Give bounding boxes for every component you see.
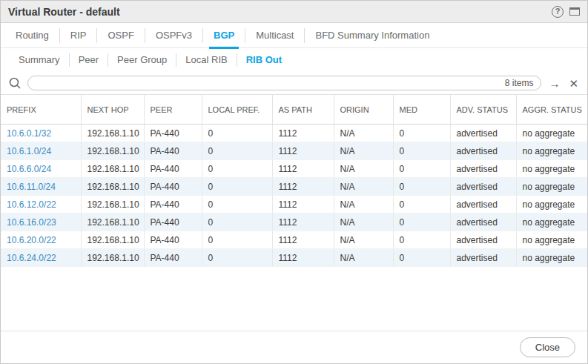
- search-field[interactable]: 8 items: [27, 76, 541, 90]
- search-input[interactable]: [36, 78, 505, 88]
- table-cell: 1112: [272, 178, 334, 196]
- table-row[interactable]: 10.6.0.1/32192.168.1.10PA-44001112N/A0ad…: [1, 125, 587, 142]
- table-cell: 0: [393, 142, 450, 160]
- table-cell: 0: [393, 249, 450, 267]
- table-cell: advertised: [450, 231, 516, 249]
- table-cell: 1112: [272, 142, 334, 160]
- table-row[interactable]: 10.6.24.0/22192.168.1.10PA-44001112N/A0a…: [1, 249, 587, 267]
- table-row[interactable]: 10.6.20.0/22192.168.1.10PA-44001112N/A0a…: [1, 231, 587, 249]
- table-cell: no aggregate: [516, 196, 587, 214]
- table-cell: 192.168.1.10: [81, 249, 144, 267]
- column-header-next-hop[interactable]: NEXT HOP: [81, 95, 144, 125]
- subtab-local-rib[interactable]: Local RIB: [176, 53, 237, 67]
- table-cell: no aggregate: [516, 178, 587, 196]
- table-row[interactable]: 10.6.11.0/24192.168.1.10PA-44001112N/A0a…: [1, 178, 587, 196]
- tab-rip[interactable]: RIP: [60, 28, 98, 43]
- subtab-peer[interactable]: Peer: [70, 53, 108, 67]
- table-row[interactable]: 10.6.1.0/24192.168.1.10PA-44001112N/A0ad…: [1, 142, 587, 160]
- table-cell: no aggregate: [516, 231, 587, 249]
- table-cell: no aggregate: [516, 125, 587, 142]
- dialog-footer: Close: [1, 331, 587, 363]
- table-cell: N/A: [334, 231, 393, 249]
- table-cell: N/A: [334, 125, 393, 142]
- column-header-local-pref[interactable]: LOCAL PREF.: [202, 95, 272, 125]
- window-dock-icon[interactable]: [569, 7, 580, 16]
- tab-ospf[interactable]: OSPF: [97, 28, 145, 43]
- table-row[interactable]: 10.6.16.0/23192.168.1.10PA-44001112N/A0a…: [1, 214, 587, 231]
- table-cell: 0: [393, 231, 450, 249]
- subtab-summary[interactable]: Summary: [10, 53, 70, 67]
- table-cell: advertised: [450, 125, 516, 142]
- table-cell: 192.168.1.10: [81, 160, 144, 178]
- prefix-link[interactable]: 10.6.16.0/23: [1, 214, 81, 231]
- prefix-link[interactable]: 10.6.0.1/32: [1, 125, 81, 142]
- close-button[interactable]: Close: [520, 337, 575, 357]
- subtab-rib-out[interactable]: RIB Out: [237, 53, 291, 67]
- dialog-title: Virtual Router - default: [8, 6, 120, 18]
- table-row[interactable]: 10.6.6.0/24192.168.1.10PA-44001112N/A0ad…: [1, 160, 587, 178]
- table-cell: no aggregate: [516, 249, 587, 267]
- table-cell: advertised: [450, 196, 516, 214]
- table-cell: 0: [202, 142, 272, 160]
- table-cell: N/A: [334, 142, 393, 160]
- prefix-link[interactable]: 10.6.11.0/24: [1, 178, 81, 196]
- table-cell: 192.168.1.10: [81, 196, 144, 214]
- prefix-link[interactable]: 10.6.20.0/22: [1, 231, 81, 249]
- table-cell: 0: [202, 160, 272, 178]
- table-cell: 192.168.1.10: [81, 214, 144, 231]
- apply-filter-icon[interactable]: →: [547, 78, 561, 89]
- tab-bfd-summary-information[interactable]: BFD Summary Information: [305, 28, 440, 43]
- table-cell: PA-440: [144, 231, 202, 249]
- tab-ospfv3[interactable]: OSPFv3: [145, 28, 203, 43]
- table-cell: advertised: [450, 214, 516, 231]
- table-cell: N/A: [334, 196, 393, 214]
- tab-bgp[interactable]: BGP: [203, 28, 245, 43]
- tab-multicast[interactable]: Multicast: [245, 28, 305, 43]
- dialog-titlebar: Virtual Router - default ?: [1, 1, 587, 23]
- table-cell: 0: [393, 196, 450, 214]
- table-cell: no aggregate: [516, 214, 587, 231]
- table-cell: PA-440: [144, 142, 202, 160]
- table-cell: 0: [393, 160, 450, 178]
- column-header-peer[interactable]: PEER: [144, 95, 202, 125]
- table-cell: 0: [393, 178, 450, 196]
- table-row[interactable]: 10.6.12.0/22192.168.1.10PA-44001112N/A0a…: [1, 196, 587, 214]
- table-cell: 1112: [272, 249, 334, 267]
- column-header-aggr-status[interactable]: AGGR. STATUS: [516, 95, 587, 125]
- filter-toolbar: 8 items → ✕: [1, 72, 587, 94]
- table-cell: advertised: [450, 160, 516, 178]
- column-header-med[interactable]: MED: [393, 95, 450, 125]
- table-header-row: PREFIXNEXT HOPPEERLOCAL PREF.AS PATHORIG…: [1, 95, 587, 125]
- table-cell: no aggregate: [516, 142, 587, 160]
- table-cell: N/A: [334, 178, 393, 196]
- table-cell: no aggregate: [516, 160, 587, 178]
- table-cell: 0: [393, 125, 450, 142]
- table-cell: 0: [393, 214, 450, 231]
- column-header-prefix[interactable]: PREFIX: [1, 95, 81, 125]
- table-cell: advertised: [450, 249, 516, 267]
- column-header-as-path[interactable]: AS PATH: [272, 95, 334, 125]
- rib-out-table: PREFIXNEXT HOPPEERLOCAL PREF.AS PATHORIG…: [1, 94, 587, 267]
- table-cell: PA-440: [144, 214, 202, 231]
- column-header-adv-status[interactable]: ADV. STATUS: [450, 95, 516, 125]
- table-cell: 192.168.1.10: [81, 142, 144, 160]
- prefix-link[interactable]: 10.6.6.0/24: [1, 160, 81, 178]
- table-cell: N/A: [334, 160, 393, 178]
- subtab-peer-group[interactable]: Peer Group: [108, 53, 176, 67]
- clear-filter-icon[interactable]: ✕: [567, 78, 580, 89]
- table-cell: PA-440: [144, 125, 202, 142]
- prefix-link[interactable]: 10.6.1.0/24: [1, 142, 81, 160]
- tab-routing[interactable]: Routing: [5, 28, 60, 43]
- table-body: 10.6.0.1/32192.168.1.10PA-44001112N/A0ad…: [1, 125, 587, 267]
- prefix-link[interactable]: 10.6.12.0/22: [1, 196, 81, 214]
- table-cell: N/A: [334, 214, 393, 231]
- prefix-link[interactable]: 10.6.24.0/22: [1, 249, 81, 267]
- table-cell: 1112: [272, 160, 334, 178]
- table-cell: PA-440: [144, 178, 202, 196]
- table-cell: 0: [202, 178, 272, 196]
- table-cell: 192.168.1.10: [81, 125, 144, 142]
- table-cell: 0: [202, 196, 272, 214]
- help-icon[interactable]: ?: [552, 6, 564, 18]
- search-icon[interactable]: [8, 76, 22, 90]
- column-header-origin[interactable]: ORIGIN: [334, 95, 393, 125]
